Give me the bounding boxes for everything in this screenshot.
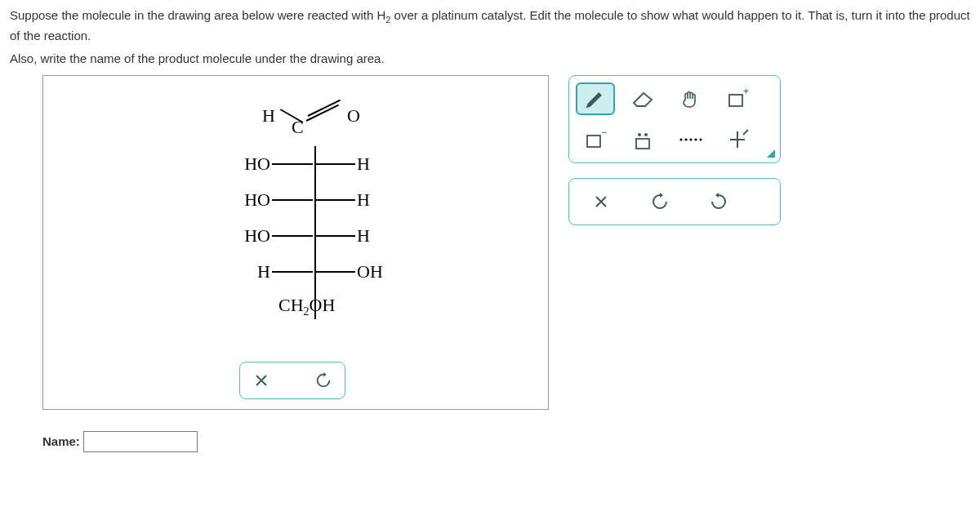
row1-right: H (355, 153, 404, 175)
name-label: Name: (42, 434, 80, 448)
question-text-1a: Suppose the molecule in the drawing area… (10, 8, 376, 22)
molecule-structure[interactable]: H C O HO H HO (223, 110, 404, 318)
palette-expand-icon[interactable] (767, 149, 775, 158)
lonepair-tool[interactable] (623, 123, 662, 156)
svg-rect-0 (729, 95, 742, 106)
draw-tool-palette: + − (568, 75, 781, 163)
row4-left: H (223, 261, 272, 282)
svg-rect-6 (636, 139, 649, 149)
h2-formula: H2 (376, 8, 390, 22)
svg-text:−: − (601, 129, 607, 138)
dots-tool[interactable] (670, 123, 710, 156)
fischer-row-4: H OH (223, 254, 404, 290)
svg-point-5 (644, 133, 648, 136)
undo-button[interactable] (635, 185, 685, 218)
charge-tool[interactable]: − (576, 123, 615, 156)
row4-right: OH (355, 261, 404, 282)
svg-point-4 (638, 133, 641, 136)
pencil-tool[interactable] (576, 82, 615, 115)
close-button[interactable] (576, 185, 626, 218)
redo-button[interactable] (693, 185, 744, 218)
svg-point-11 (699, 138, 702, 140)
name-input[interactable] (83, 431, 198, 452)
fischer-row-1: HO H (223, 146, 404, 182)
history-palette (568, 178, 781, 225)
row3-left: HO (223, 225, 272, 247)
reset-button[interactable] (309, 367, 338, 394)
row3-right: H (355, 225, 404, 247)
row2-left: HO (223, 189, 272, 211)
fischer-row-2: HO H (223, 182, 404, 218)
clear-button[interactable] (247, 367, 276, 394)
new-box-tool[interactable]: + (718, 82, 757, 115)
fischer-row-3: HO H (223, 218, 404, 254)
drawing-inline-toolbar (239, 362, 345, 399)
top-h-label: H (262, 105, 275, 127)
svg-point-7 (679, 138, 682, 140)
svg-text:+: + (743, 88, 749, 97)
svg-rect-2 (587, 136, 600, 147)
svg-point-8 (684, 138, 687, 140)
top-c-label: C (292, 117, 304, 138)
svg-point-10 (694, 138, 697, 140)
chiral-tool[interactable] (718, 123, 757, 156)
row1-left: HO (223, 153, 272, 175)
eraser-tool[interactable] (623, 82, 662, 115)
hand-tool[interactable] (670, 82, 710, 115)
top-o-label: O (347, 105, 360, 127)
aldehyde-group: H C O (223, 110, 404, 146)
drawing-area[interactable]: H C O HO H HO (42, 75, 549, 410)
svg-point-9 (689, 138, 692, 140)
row2-right: H (355, 189, 404, 211)
ch2oh-group: CH2OH (223, 290, 404, 318)
question-text-2: Also, write the name of the product mole… (10, 50, 970, 69)
